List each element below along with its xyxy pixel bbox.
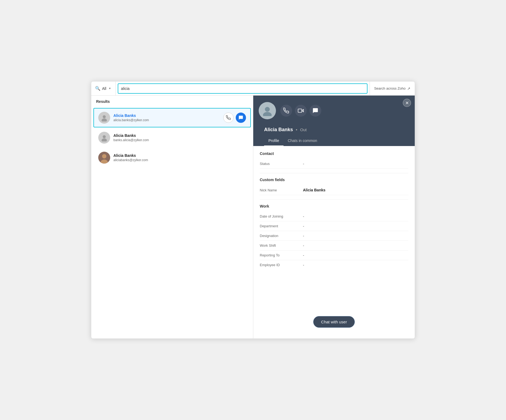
custom-fields-title: Custom fields <box>260 178 408 182</box>
result-info: Alicia Banks alicia.banks@zylker.com <box>113 113 223 122</box>
reporting-to-value: - <box>303 253 304 257</box>
search-across-zoho-btn[interactable]: Search across Zoho ↗ <box>370 82 415 95</box>
result-email: banks.alicia@zylker.com <box>113 138 246 142</box>
profile-tabs: Profile Chats in common <box>259 136 409 146</box>
list-item[interactable]: Alicia Banks banks.alicia@zylker.com <box>93 128 251 147</box>
section-divider-2 <box>260 199 408 200</box>
svg-point-5 <box>102 154 106 158</box>
search-icon: 🔍 <box>95 86 100 91</box>
chat-button[interactable] <box>236 113 246 123</box>
svg-point-3 <box>102 138 107 141</box>
result-name: Alicia Banks <box>113 133 246 138</box>
phone-call-button[interactable] <box>223 113 234 123</box>
result-name: Alicia Banks <box>113 153 246 158</box>
profile-avatar <box>259 102 276 119</box>
profile-name-status: Alicia Banks • Out <box>259 124 409 136</box>
department-field-row: Department - <box>260 221 408 231</box>
work-shift-field-row: Work Shift - <box>260 241 408 250</box>
nickname-value: Alicia Banks <box>303 188 325 192</box>
status-field-row: Status - <box>260 159 408 169</box>
tab-profile[interactable]: Profile <box>264 136 284 146</box>
result-name: Alicia Banks <box>113 113 223 118</box>
list-item[interactable]: Alicia Banks alicia.banks@zylker.com <box>93 108 251 127</box>
svg-point-0 <box>103 115 106 118</box>
chevron-down-icon: ▾ <box>109 87 111 90</box>
date-of-joining-field-row: Date of Joining - <box>260 212 408 221</box>
profile-actions <box>280 105 321 117</box>
svg-point-1 <box>102 118 107 121</box>
svg-point-7 <box>265 107 270 112</box>
status-label: Status <box>260 162 303 166</box>
employee-id-value: - <box>303 263 304 267</box>
profile-header: Alicia Banks • Out Profile Chats in comm… <box>253 96 415 146</box>
status-value: - <box>303 162 304 166</box>
result-email: alicia.banks@zylker.com <box>113 118 223 122</box>
filter-label: All <box>102 86 106 91</box>
section-divider <box>260 173 408 173</box>
search-bar: 🔍 All ▾ Search across Zoho ↗ <box>91 82 415 96</box>
search-filter-dropdown[interactable]: 🔍 All ▾ <box>91 82 116 95</box>
chat-with-user-container: Chat with user <box>307 316 361 333</box>
results-header: Results <box>91 96 253 107</box>
profile-name: Alicia Banks <box>264 127 293 132</box>
work-shift-label: Work Shift <box>260 243 303 248</box>
external-link-icon: ↗ <box>407 86 410 91</box>
app-container: 🔍 All ▾ Search across Zoho ↗ Results <box>91 81 415 339</box>
result-email: aliciabanks@zylker.com <box>113 158 246 162</box>
employee-id-field-row: Employee ID - <box>260 260 408 270</box>
list-item[interactable]: Alicia Banks aliciabanks@zylker.com <box>93 148 251 167</box>
designation-label: Designation <box>260 234 303 238</box>
left-panel: Results Alicia Banks alicia.banks@zylker… <box>91 96 253 338</box>
right-panel: ✕ <box>253 96 415 338</box>
svg-rect-10 <box>298 109 302 113</box>
nickname-label: Nick Name <box>260 188 303 192</box>
profile-body: Contact Status - Custom fields Nick Name… <box>253 146 415 311</box>
svg-marker-9 <box>302 109 303 112</box>
result-info: Alicia Banks banks.alicia@zylker.com <box>113 133 246 142</box>
reporting-to-field-row: Reporting To - <box>260 250 408 260</box>
tab-chats-in-common[interactable]: Chats in common <box>284 136 322 146</box>
designation-field-row: Designation - <box>260 231 408 241</box>
main-content: Results Alicia Banks alicia.banks@zylker… <box>91 96 415 338</box>
work-shift-value: - <box>303 243 304 248</box>
date-of-joining-value: - <box>303 214 304 218</box>
reporting-to-label: Reporting To <box>260 253 303 257</box>
employee-id-label: Employee ID <box>260 263 303 267</box>
profile-status: Out <box>300 127 307 132</box>
avatar <box>98 152 110 164</box>
avatar <box>98 132 110 144</box>
search-input-wrapper <box>118 83 367 94</box>
search-input[interactable] <box>121 86 364 91</box>
svg-point-8 <box>263 112 272 116</box>
avatar <box>98 112 110 124</box>
status-dot: • <box>296 127 298 132</box>
department-label: Department <box>260 224 303 228</box>
work-section-title: Work <box>260 204 408 208</box>
date-of-joining-label: Date of Joining <box>260 214 303 218</box>
result-actions <box>223 113 246 123</box>
search-across-zoho-label: Search across Zoho <box>374 86 406 90</box>
designation-value: - <box>303 234 304 238</box>
video-call-button[interactable] <box>295 105 307 117</box>
close-button[interactable]: ✕ <box>403 99 411 107</box>
svg-point-2 <box>103 135 106 138</box>
chat-with-user-button[interactable]: Chat with user <box>313 316 355 328</box>
voice-call-button[interactable] <box>280 105 292 117</box>
result-info: Alicia Banks aliciabanks@zylker.com <box>113 153 246 162</box>
nickname-field-row: Nick Name Alicia Banks <box>260 185 408 195</box>
contact-section-title: Contact <box>260 151 408 156</box>
message-button[interactable] <box>309 105 321 117</box>
department-value: - <box>303 224 304 228</box>
profile-header-top <box>259 102 409 124</box>
